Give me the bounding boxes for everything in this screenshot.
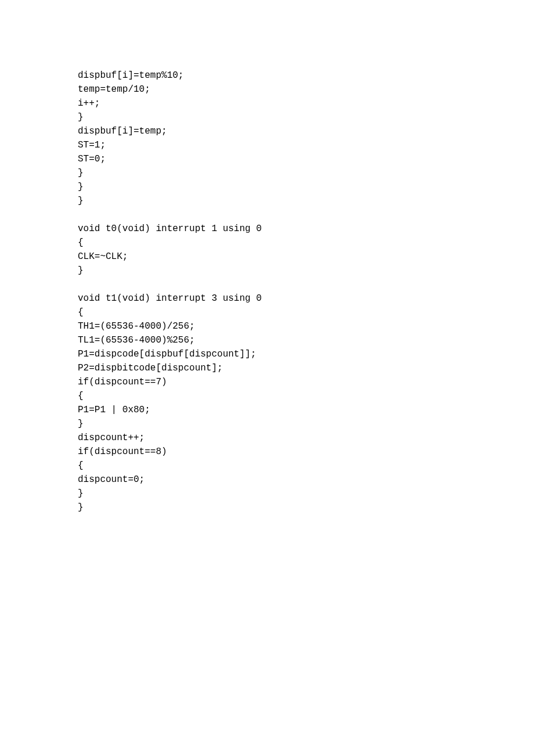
code-block: dispbuf[i]=temp%10; temp=temp/10; i++; }… [78, 69, 534, 514]
document-page: dispbuf[i]=temp%10; temp=temp/10; i++; }… [0, 0, 534, 756]
